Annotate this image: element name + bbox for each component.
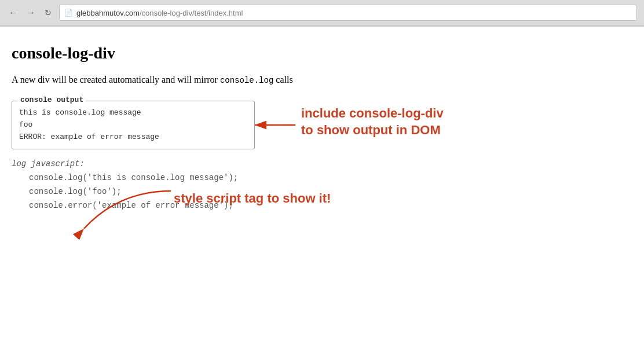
url-text: glebbahmutov.com/console-log-div/test/in… bbox=[76, 9, 243, 17]
page-description: A new div will be created automatically … bbox=[12, 73, 632, 87]
console-line-2: foo bbox=[19, 119, 247, 131]
back-button[interactable]: ← bbox=[7, 6, 20, 19]
annotation-text-1: include console-log-divto show output in… bbox=[301, 105, 486, 138]
address-bar[interactable]: 📄 glebbahmutov.com/console-log-div/test/… bbox=[59, 5, 637, 21]
annotation-arrow-2 bbox=[72, 185, 177, 237]
description-code: console.log bbox=[220, 76, 273, 85]
annotation-arrow-1 bbox=[252, 113, 298, 137]
description-before: A new div will be created automatically … bbox=[12, 75, 220, 85]
code-section: log javascript: console.log('this is con… bbox=[12, 157, 632, 212]
code-label: log javascript: bbox=[12, 157, 632, 171]
browser-toolbar: ← → ↻ 📄 glebbahmutov.com/console-log-div… bbox=[0, 0, 644, 26]
url-path: /console-log-div/test/index.html bbox=[140, 9, 243, 17]
code-line-1: console.log('this is console.log message… bbox=[12, 171, 632, 185]
url-domain: glebbahmutov.com bbox=[76, 9, 140, 17]
console-section: console output this is console.log messa… bbox=[12, 101, 632, 149]
console-line-3: ERROR: example of error message bbox=[19, 131, 247, 144]
page-content: console-log-div A new div will be create… bbox=[0, 27, 644, 360]
refresh-button[interactable]: ↻ bbox=[42, 6, 54, 19]
description-after: calls bbox=[273, 75, 292, 85]
annotation-text-2: style script tag to show it! bbox=[174, 191, 331, 206]
console-line-1: this is console.log message bbox=[19, 107, 247, 119]
page-title: console-log-div bbox=[12, 44, 632, 63]
console-legend: console output bbox=[18, 95, 86, 104]
browser-chrome: ← → ↻ 📄 glebbahmutov.com/console-log-div… bbox=[0, 0, 644, 27]
console-output-box: console output this is console.log messa… bbox=[12, 101, 255, 149]
page-icon: 📄 bbox=[64, 9, 73, 17]
forward-button[interactable]: → bbox=[24, 6, 37, 19]
